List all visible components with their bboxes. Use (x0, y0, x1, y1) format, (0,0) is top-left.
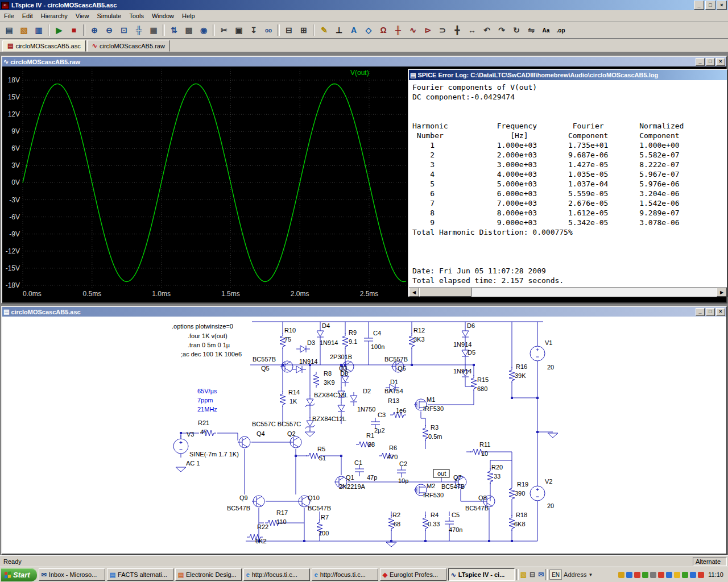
run-button[interactable]: ▶ (52, 23, 67, 38)
tray-display-icon[interactable] (626, 572, 632, 578)
tray-antivirus-icon[interactable] (634, 572, 640, 578)
address-toolbar[interactable]: Address ▼ (564, 571, 593, 578)
tray-power-icon[interactable] (674, 572, 680, 578)
menu-edit[interactable]: Edit (18, 11, 37, 21)
menu-window[interactable]: Window (148, 11, 178, 21)
svg-text:Q7: Q7 (453, 474, 462, 481)
move-button[interactable]: ╋ (450, 23, 465, 38)
tray-agent-icon[interactable] (698, 572, 704, 578)
print-button[interactable]: ⊟ (282, 23, 296, 38)
menu-tools[interactable]: Tools (125, 11, 148, 21)
tab-circloMOScascAB5.asc[interactable]: ▤circloMOScascAB5.asc (2, 40, 86, 52)
new-schematic-button[interactable]: ▤ (2, 23, 16, 38)
schematic-window-titlebar[interactable]: ▤ circloMOScascAB5.asc _ □ × (2, 307, 726, 317)
zoom-out-button[interactable]: ⊖ (102, 23, 117, 38)
redo-button[interactable]: ↷ (494, 23, 509, 38)
close-button[interactable]: × (717, 1, 727, 10)
scroll-thumb[interactable] (419, 288, 471, 297)
open-file-button[interactable]: ▧ (16, 23, 31, 38)
scroll-right-arrow[interactable]: ▶ (717, 288, 727, 297)
scroll-left-arrow[interactable]: ◀ (409, 288, 419, 297)
app-titlebar[interactable]: ≈ LTspice IV - circloMOScascAB5.asc _ □ … (0, 0, 728, 10)
close-button[interactable]: × (716, 58, 725, 66)
menu-view[interactable]: View (72, 11, 93, 21)
pan-button[interactable]: ╬ (131, 23, 146, 38)
copy-button[interactable]: ▣ (231, 23, 246, 38)
print-preview-button[interactable]: ⊞ (296, 23, 311, 38)
autorange-button[interactable]: ⇅ (167, 23, 181, 38)
log-window-titlebar[interactable]: ▤ SPICE Error Log: C:\Data\LTC\SwCADIII\… (409, 70, 727, 80)
folder-icon[interactable]: ▧ (520, 571, 527, 579)
waveform-plot[interactable]: 18V15V12V9V6V3V0V-3V-6V-9V-12V-15V-18V0.… (2, 66, 410, 302)
draw-wire-button[interactable]: ✎ (317, 23, 332, 38)
taskbar-button-http-focus-ti-c-[interactable]: ehttp://focus.ti.c... (243, 568, 310, 581)
svg-text:0.0ms: 0.0ms (23, 290, 42, 298)
resistor-button[interactable]: Ω (376, 23, 391, 38)
save-button[interactable]: ▥ (31, 23, 46, 38)
toolbar-separator (48, 24, 50, 36)
ground-button[interactable]: ⊥ (332, 23, 346, 38)
mail-icon[interactable]: ✉ (538, 571, 544, 579)
menu-hierarchy[interactable]: Hierarchy (37, 11, 72, 21)
taskbar-button-http-focus-ti-c-[interactable]: ehttp://focus.ti.c... (312, 568, 378, 581)
paste-button[interactable]: ↧ (246, 23, 261, 38)
svg-text:100: 100 (318, 530, 329, 537)
inductor-button[interactable]: ∿ (406, 23, 420, 38)
taskbar-button-inbox-microso-[interactable]: ✉Inbox - Microso... (39, 568, 105, 581)
schematic-canvas[interactable]: .options plotwinsize=0.four 1K v(out).tr… (2, 317, 726, 554)
menu-simulate[interactable]: Simulate (93, 11, 125, 21)
taskbar-button-euroglot-profes-[interactable]: ◆Euroglot Profes... (380, 568, 446, 581)
text-button[interactable]: Aa (539, 23, 553, 38)
undo-button[interactable]: ↶ (479, 23, 494, 38)
waveform-window-titlebar[interactable]: ∿ circloMOScascAB5.raw _ □ × (2, 57, 726, 66)
tray-messenger-icon[interactable] (658, 572, 664, 578)
capacitor-button[interactable]: ╫ (391, 23, 406, 38)
svg-text:IRF530: IRF530 (423, 492, 444, 498)
halt-button[interactable]: ■ (67, 23, 81, 38)
svg-text:39K: 39K (515, 372, 526, 379)
restore-button[interactable]: □ (705, 1, 715, 10)
drag-button[interactable]: ↔ (465, 23, 479, 38)
menu-help[interactable]: Help (178, 11, 199, 21)
maximize-button[interactable]: □ (706, 308, 715, 316)
tray-update-icon[interactable] (642, 572, 648, 578)
tray-network-icon[interactable] (650, 572, 656, 578)
tray-shield-icon[interactable] (682, 572, 688, 578)
find-button[interactable]: oo (261, 23, 276, 38)
rotate-button[interactable]: ↻ (509, 23, 524, 38)
diode-button[interactable]: ⊳ (420, 23, 435, 38)
zoom-in-button[interactable]: ⊕ (87, 23, 102, 38)
net-label-button[interactable]: A (346, 23, 361, 38)
tab-circloMOScascAB5.raw[interactable]: ∿circloMOScascAB5.raw (87, 40, 170, 52)
mirror-button[interactable]: ⇋ (524, 23, 539, 38)
minimize-button[interactable]: _ (696, 308, 705, 316)
minimize-button[interactable]: _ (696, 58, 705, 66)
zoom-full-extents-button[interactable]: ⊡ (117, 23, 131, 38)
taskbar-button-ltspice-iv-ci-[interactable]: ∿LTspice IV - ci... (448, 568, 515, 581)
taskbar-button-electronic-desig-[interactable]: ▤Electronic Desig... (175, 568, 242, 581)
svg-text:88: 88 (368, 441, 375, 448)
start-button[interactable]: Start (1, 568, 37, 581)
spice-directive-button[interactable]: .op (553, 23, 568, 38)
svg-text:1K: 1K (289, 398, 297, 405)
svg-text:Q9: Q9 (239, 494, 248, 501)
taskbar: Start ✉Inbox - Microso...▤FACTS alternat… (0, 567, 728, 582)
language-indicator[interactable]: EN (549, 569, 562, 580)
scroll-track[interactable] (471, 288, 717, 297)
printer-icon[interactable]: ⊟ (530, 571, 535, 579)
plot-settings-button[interactable]: ▩ (181, 23, 196, 38)
taskbar-button-facts-alternati-[interactable]: ▤FACTS alternati... (107, 568, 173, 581)
minimize-button[interactable]: _ (694, 1, 704, 10)
svg-text:R6: R6 (389, 444, 397, 451)
component-button[interactable]: ⊃ (435, 23, 450, 38)
maximize-button[interactable]: □ (706, 58, 715, 66)
tray-sync-icon[interactable] (666, 572, 672, 578)
port-button[interactable]: ◇ (361, 23, 376, 38)
menu-file[interactable]: File (0, 11, 18, 21)
cut-button[interactable]: ✂ (217, 23, 231, 38)
close-button[interactable]: × (716, 308, 725, 316)
grid-button[interactable]: ▦ (146, 23, 161, 38)
mark-data-points-button[interactable]: ◉ (196, 23, 211, 38)
tray-mail-icon[interactable] (690, 572, 696, 578)
tray-volume-icon[interactable] (618, 572, 624, 578)
